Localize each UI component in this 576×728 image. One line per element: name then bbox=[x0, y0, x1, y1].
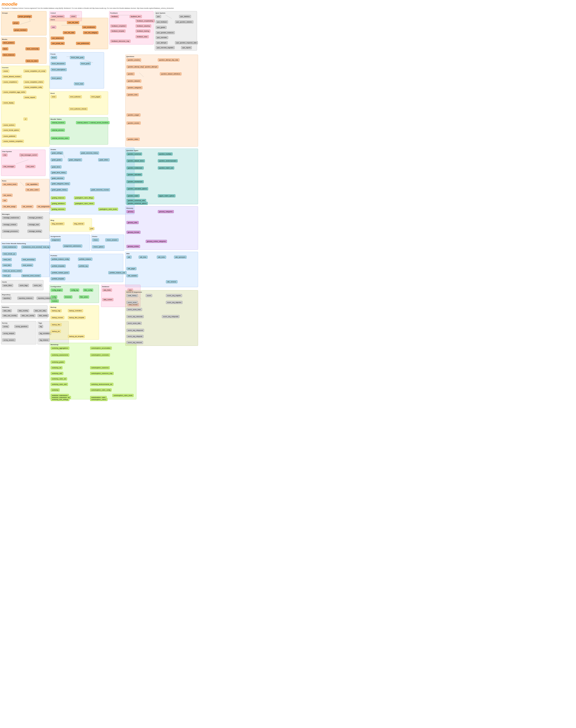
tbl-wiki-locks[interactable]: wiki_locks bbox=[157, 256, 166, 259]
tbl-forum-queue[interactable]: forum_queue bbox=[51, 77, 62, 80]
tbl-workshop-assessments[interactable]: workshop_assessments bbox=[51, 354, 69, 357]
tbl-course-completion-notify[interactable]: course_completion_notify bbox=[24, 86, 43, 89]
tbl-grade-categories[interactable]: grade_categories bbox=[68, 158, 82, 161]
tbl-workshop-stockcomments-old[interactable]: workshop_stockcomments_old bbox=[90, 383, 113, 386]
tbl-scorm-seq-rulecond[interactable]: scorm_seq_rulecond bbox=[126, 341, 143, 344]
tbl-grade-grades-history[interactable]: grade_grades_history bbox=[51, 188, 68, 191]
tbl-grade-items-history[interactable]: grade_items_history bbox=[51, 171, 67, 174]
tbl-feedback-value[interactable]: feedback_value bbox=[136, 35, 149, 38]
tbl-mnetservice-enrol-enrolments[interactable]: mnetservice_enrol_enrolments bbox=[22, 246, 45, 249]
tbl-user-info-data[interactable]: user_info_data bbox=[63, 31, 76, 34]
tbl-quiz[interactable]: quiz bbox=[156, 15, 161, 18]
tbl-question-shortanswer[interactable]: question_shortanswer bbox=[126, 180, 144, 183]
tbl-timezone[interactable]: timezone bbox=[64, 296, 73, 299]
tbl-portfolio-instance-config[interactable]: portfolio_instance_config bbox=[51, 258, 70, 261]
tbl-mnet-rpc[interactable]: mnet_rpc bbox=[2, 274, 11, 277]
tbl-stats-monthly[interactable]: stats_monthly bbox=[18, 309, 29, 312]
tbl-question[interactable]: question bbox=[126, 73, 135, 76]
tbl-stats-user-daily[interactable]: stats_user_daily bbox=[33, 309, 47, 312]
tbl-portfolio-tempdata[interactable]: portfolio_tempdata bbox=[51, 264, 66, 268]
tbl-scorm-seq-objective[interactable]: scorm_seq_objective bbox=[166, 301, 182, 304]
tbl-backup-courses[interactable]: backup_courses bbox=[51, 316, 64, 319]
tbl-quiz-reports[interactable]: quiz_reports bbox=[181, 46, 192, 49]
tbl-external-service-functions[interactable]: external_service_functions bbox=[89, 121, 110, 124]
tbl-workshop-grades[interactable]: workshop_grades bbox=[51, 361, 65, 364]
tbl-groups-members[interactable]: groups_members bbox=[13, 29, 28, 32]
tbl-enrol-paypal[interactable]: enrol_paypal bbox=[90, 95, 101, 98]
tbl-enrol[interactable]: enrol bbox=[51, 95, 57, 98]
tbl-external-tokens[interactable]: external_tokens bbox=[76, 121, 89, 124]
tbl-enrol-authorize[interactable]: enrol_authorize bbox=[69, 95, 82, 98]
tbl-question-datasets[interactable]: question_datasets bbox=[126, 80, 141, 83]
tbl-forum-posts[interactable]: forum_posts bbox=[80, 62, 91, 65]
tbl-message-working[interactable]: message_working bbox=[28, 230, 42, 233]
tbl-forum[interactable]: forum bbox=[51, 56, 57, 59]
tbl-chat[interactable]: chat bbox=[2, 153, 7, 157]
tbl-post[interactable]: post bbox=[89, 227, 94, 230]
tbl-user-lastaccess[interactable]: user_lastaccess bbox=[51, 36, 64, 39]
tbl-data-fields[interactable]: data_fields bbox=[102, 288, 112, 291]
tbl-question-usages[interactable]: question_usages bbox=[126, 113, 141, 116]
tbl-config-plugins[interactable]: config_plugins bbox=[51, 288, 63, 291]
tbl-workshop-old[interactable]: workshop_old bbox=[51, 366, 62, 369]
tbl-scorm[interactable]: scorm bbox=[146, 294, 152, 297]
tbl-chat-users[interactable]: chat_users bbox=[26, 165, 35, 168]
tbl-glossary-formats[interactable]: glossary_formats bbox=[126, 231, 141, 234]
tbl-wiki-synonyms[interactable]: wiki_synonyms bbox=[174, 256, 186, 259]
tbl-question-multianswer[interactable]: question_multianswer bbox=[126, 166, 144, 169]
tbl-role-assignments[interactable]: role_assignments bbox=[36, 205, 51, 208]
tbl-survey[interactable]: survey bbox=[2, 325, 9, 328]
tbl-workshop[interactable]: workshop bbox=[51, 389, 60, 392]
tbl-message-processors[interactable]: message_processors bbox=[2, 230, 19, 233]
tbl-block-instances[interactable]: block_instances bbox=[2, 53, 16, 56]
tbl-scorm-seq-mapinfo[interactable]: scorm_seq_mapinfo bbox=[166, 294, 182, 297]
tbl-role-context-levels[interactable]: role_context_levels bbox=[2, 183, 18, 186]
tbl-survey-questions[interactable]: survey_questions bbox=[15, 325, 29, 328]
tbl-tag[interactable]: tag bbox=[38, 325, 43, 328]
tbl-user-enrollments[interactable]: user_enrollments bbox=[82, 26, 96, 29]
tbl-url[interactable]: url bbox=[24, 117, 28, 120]
tbl-survey-answers[interactable]: survey_answers bbox=[2, 338, 16, 341]
tbl-feedback-item[interactable]: feedback_item bbox=[129, 15, 142, 18]
tbl-stats-user-monthly[interactable]: stats_user_monthly bbox=[2, 314, 18, 317]
tbl-course-completion-criteria[interactable]: course_completion_criteria bbox=[24, 81, 44, 84]
tbl-feedback-sitecourse-map[interactable]: feedback_sitecourse_map bbox=[110, 39, 131, 43]
tbl-assignment-submissions[interactable]: assignment_submissions bbox=[63, 245, 82, 248]
tbl-qtypes-match-options[interactable]: qtypes_match_options bbox=[158, 194, 175, 197]
tbl-quiz-statistics[interactable]: quiz_statistics bbox=[179, 15, 191, 18]
tbl-course-modules-completion[interactable]: course_modules_completion bbox=[2, 140, 24, 143]
tbl-glossary[interactable]: glossary bbox=[126, 210, 135, 213]
tbl-course-request[interactable]: course_request bbox=[24, 96, 36, 99]
tbl-workshopform-rubric-levels[interactable]: workshopform_rubric_levels bbox=[112, 394, 134, 397]
tbl-question-calculated[interactable]: question_calculated bbox=[126, 173, 142, 176]
tbl-mnet-session[interactable]: mnet_session bbox=[22, 264, 33, 267]
tbl-scale-history[interactable]: scale_history bbox=[126, 294, 138, 297]
tbl-role-names[interactable]: role_names bbox=[2, 194, 12, 197]
tbl-question-dataset-definitions[interactable]: question_dataset_definitions bbox=[160, 73, 181, 76]
tbl-role-capabilities[interactable]: role_capabilities bbox=[26, 183, 39, 186]
tbl-repository[interactable]: repository bbox=[2, 297, 11, 300]
tbl-grading-definitions[interactable]: grading_definitions bbox=[51, 202, 66, 205]
tbl-external-services-users[interactable]: external_services_users bbox=[51, 137, 69, 140]
tbl-backup-files-template[interactable]: backup_files_template bbox=[68, 316, 86, 319]
tbl-workshopform-accumulative[interactable]: workshopform_accumulative bbox=[90, 346, 112, 349]
tbl-grade-items[interactable]: grade_items bbox=[51, 165, 61, 168]
tbl-cohort[interactable]: cohort bbox=[70, 15, 77, 18]
tbl-filter-config[interactable]: filter_config bbox=[83, 288, 93, 291]
tbl-user[interactable]: user bbox=[51, 26, 56, 29]
tbl-quiz-grades[interactable]: quiz_grades bbox=[156, 26, 167, 29]
tbl-forum-track-prefs[interactable]: forum_track_prefs bbox=[70, 56, 85, 59]
tbl-portfolio-template[interactable]: portfolio_template bbox=[51, 277, 65, 280]
tbl-choice-answers[interactable]: choice_answers bbox=[105, 239, 119, 242]
tbl-scorm-seq-ruleconds[interactable]: scorm_seq_ruleconds bbox=[126, 315, 144, 318]
tbl-grading-outcomes[interactable]: grading_outcomes bbox=[51, 208, 66, 211]
tbl-backup-logs[interactable]: backup_logs bbox=[51, 309, 62, 312]
tbl-repository-instances[interactable]: repository_instances bbox=[18, 297, 34, 300]
tbl-mnet-host2service[interactable]: mnet_host2service bbox=[2, 246, 18, 249]
tbl-wiki-pages[interactable]: wiki_pages bbox=[126, 267, 137, 270]
tbl-role-sortorder[interactable]: role_sortorder bbox=[22, 205, 33, 208]
tbl-course-format-options[interactable]: course_format_options bbox=[2, 129, 20, 132]
tbl-question-numerical[interactable]: question_numerical bbox=[126, 152, 142, 156]
tbl-gradingform-rubric-levels[interactable]: gradingform_rubric_levels bbox=[98, 208, 118, 211]
tbl-forum-discussions[interactable]: forum_discussions bbox=[51, 62, 66, 65]
